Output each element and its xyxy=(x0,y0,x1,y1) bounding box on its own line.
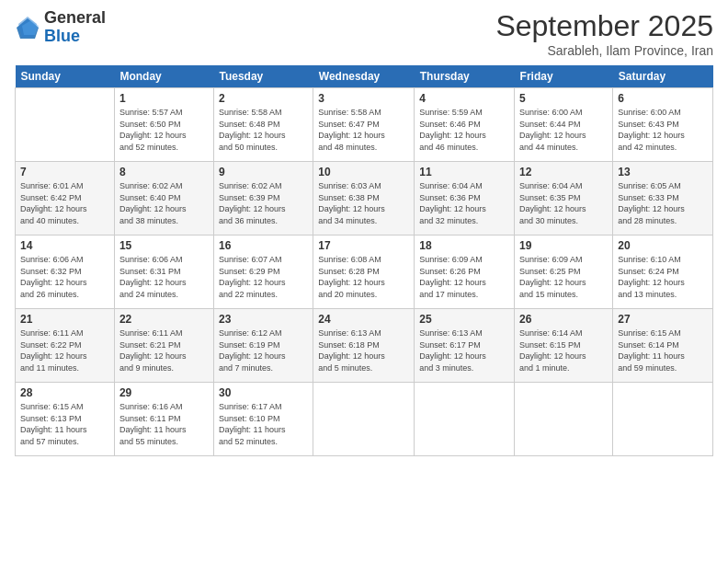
day-cell: 30Sunrise: 6:17 AM Sunset: 6:10 PM Dayli… xyxy=(213,383,313,456)
day-cell: 23Sunrise: 6:12 AM Sunset: 6:19 PM Dayli… xyxy=(213,309,313,383)
day-info: Sunrise: 6:11 AM Sunset: 6:21 PM Dayligh… xyxy=(119,327,209,373)
day-info: Sunrise: 5:58 AM Sunset: 6:47 PM Dayligh… xyxy=(318,107,409,153)
week-row-3: 21Sunrise: 6:11 AM Sunset: 6:22 PM Dayli… xyxy=(16,309,713,383)
day-cell: 9Sunrise: 6:02 AM Sunset: 6:39 PM Daylig… xyxy=(213,162,313,236)
day-info: Sunrise: 6:04 AM Sunset: 6:35 PM Dayligh… xyxy=(519,180,608,226)
day-cell xyxy=(415,383,515,456)
calendar-table: SundayMondayTuesdayWednesdayThursdayFrid… xyxy=(15,65,713,456)
day-number: 26 xyxy=(519,313,608,326)
day-number: 7 xyxy=(20,166,109,178)
day-number: 1 xyxy=(119,92,209,105)
day-info: Sunrise: 6:16 AM Sunset: 6:11 PM Dayligh… xyxy=(119,401,209,447)
day-cell: 6Sunrise: 6:00 AM Sunset: 6:43 PM Daylig… xyxy=(613,88,713,162)
day-number: 22 xyxy=(119,313,209,326)
day-number: 29 xyxy=(119,386,209,399)
day-number: 23 xyxy=(219,313,308,326)
day-cell xyxy=(16,88,115,162)
day-number: 4 xyxy=(419,92,509,105)
day-info: Sunrise: 6:10 AM Sunset: 6:24 PM Dayligh… xyxy=(618,254,708,300)
day-number: 15 xyxy=(119,239,209,252)
day-cell: 19Sunrise: 6:09 AM Sunset: 6:25 PM Dayli… xyxy=(515,236,613,309)
day-cell: 16Sunrise: 6:07 AM Sunset: 6:29 PM Dayli… xyxy=(213,236,313,309)
col-header-thursday: Thursday xyxy=(415,65,515,88)
logo-general: General xyxy=(44,9,106,28)
day-number: 6 xyxy=(618,92,708,105)
day-info: Sunrise: 6:06 AM Sunset: 6:32 PM Dayligh… xyxy=(20,254,109,300)
col-header-friday: Friday xyxy=(515,65,613,88)
day-cell: 15Sunrise: 6:06 AM Sunset: 6:31 PM Dayli… xyxy=(114,236,213,309)
day-info: Sunrise: 5:59 AM Sunset: 6:46 PM Dayligh… xyxy=(419,107,509,153)
day-info: Sunrise: 6:17 AM Sunset: 6:10 PM Dayligh… xyxy=(219,401,308,447)
day-info: Sunrise: 6:04 AM Sunset: 6:36 PM Dayligh… xyxy=(419,180,509,226)
day-info: Sunrise: 6:07 AM Sunset: 6:29 PM Dayligh… xyxy=(219,254,308,300)
day-number: 27 xyxy=(618,313,708,326)
day-cell: 12Sunrise: 6:04 AM Sunset: 6:35 PM Dayli… xyxy=(515,162,613,236)
day-cell xyxy=(613,383,713,456)
day-number: 21 xyxy=(20,313,109,326)
day-number: 9 xyxy=(219,166,308,178)
day-number: 10 xyxy=(318,166,409,178)
day-number: 12 xyxy=(519,166,608,178)
day-cell: 21Sunrise: 6:11 AM Sunset: 6:22 PM Dayli… xyxy=(16,309,115,383)
day-cell: 22Sunrise: 6:11 AM Sunset: 6:21 PM Dayli… xyxy=(114,309,213,383)
day-number: 5 xyxy=(519,92,608,105)
day-info: Sunrise: 6:15 AM Sunset: 6:14 PM Dayligh… xyxy=(618,327,708,373)
day-cell: 4Sunrise: 5:59 AM Sunset: 6:46 PM Daylig… xyxy=(415,88,515,162)
day-number: 11 xyxy=(419,166,509,178)
day-cell: 25Sunrise: 6:13 AM Sunset: 6:17 PM Dayli… xyxy=(415,309,515,383)
day-info: Sunrise: 6:12 AM Sunset: 6:19 PM Dayligh… xyxy=(219,327,308,373)
day-cell: 26Sunrise: 6:14 AM Sunset: 6:15 PM Dayli… xyxy=(515,309,613,383)
day-cell: 2Sunrise: 5:58 AM Sunset: 6:48 PM Daylig… xyxy=(213,88,313,162)
day-number: 24 xyxy=(318,313,409,326)
week-row-0: 1Sunrise: 5:57 AM Sunset: 6:50 PM Daylig… xyxy=(16,88,713,162)
logo-icon xyxy=(15,15,40,40)
day-info: Sunrise: 6:08 AM Sunset: 6:28 PM Dayligh… xyxy=(318,254,409,300)
day-cell: 28Sunrise: 6:15 AM Sunset: 6:13 PM Dayli… xyxy=(16,383,115,456)
day-number: 20 xyxy=(618,239,708,252)
page: General Blue September 2025 Sarableh, Il… xyxy=(0,0,728,563)
day-cell: 3Sunrise: 5:58 AM Sunset: 6:47 PM Daylig… xyxy=(313,88,415,162)
day-cell: 13Sunrise: 6:05 AM Sunset: 6:33 PM Dayli… xyxy=(613,162,713,236)
day-info: Sunrise: 6:09 AM Sunset: 6:25 PM Dayligh… xyxy=(519,254,608,300)
day-number: 17 xyxy=(318,239,409,252)
day-number: 8 xyxy=(119,166,209,178)
day-info: Sunrise: 6:02 AM Sunset: 6:40 PM Dayligh… xyxy=(119,180,209,226)
week-row-4: 28Sunrise: 6:15 AM Sunset: 6:13 PM Dayli… xyxy=(16,383,713,456)
subtitle: Sarableh, Ilam Province, Iran xyxy=(495,43,713,58)
day-cell: 27Sunrise: 6:15 AM Sunset: 6:14 PM Dayli… xyxy=(613,309,713,383)
day-cell: 5Sunrise: 6:00 AM Sunset: 6:44 PM Daylig… xyxy=(515,88,613,162)
col-header-sunday: Sunday xyxy=(16,65,115,88)
day-info: Sunrise: 6:06 AM Sunset: 6:31 PM Dayligh… xyxy=(119,254,209,300)
day-cell: 17Sunrise: 6:08 AM Sunset: 6:28 PM Dayli… xyxy=(313,236,415,309)
day-info: Sunrise: 6:03 AM Sunset: 6:38 PM Dayligh… xyxy=(318,180,409,226)
col-header-saturday: Saturday xyxy=(613,65,713,88)
day-info: Sunrise: 6:01 AM Sunset: 6:42 PM Dayligh… xyxy=(20,180,109,226)
day-cell: 29Sunrise: 6:16 AM Sunset: 6:11 PM Dayli… xyxy=(114,383,213,456)
day-info: Sunrise: 6:09 AM Sunset: 6:26 PM Dayligh… xyxy=(419,254,509,300)
day-number: 18 xyxy=(419,239,509,252)
day-cell: 20Sunrise: 6:10 AM Sunset: 6:24 PM Dayli… xyxy=(613,236,713,309)
header: General Blue September 2025 Sarableh, Il… xyxy=(15,9,713,58)
day-cell: 24Sunrise: 6:13 AM Sunset: 6:18 PM Dayli… xyxy=(313,309,415,383)
day-number: 14 xyxy=(20,239,109,252)
day-cell: 8Sunrise: 6:02 AM Sunset: 6:40 PM Daylig… xyxy=(114,162,213,236)
day-info: Sunrise: 6:14 AM Sunset: 6:15 PM Dayligh… xyxy=(519,327,608,373)
week-row-1: 7Sunrise: 6:01 AM Sunset: 6:42 PM Daylig… xyxy=(16,162,713,236)
title-block: September 2025 Sarableh, Ilam Province, … xyxy=(495,9,713,58)
week-row-2: 14Sunrise: 6:06 AM Sunset: 6:32 PM Dayli… xyxy=(16,236,713,309)
day-number: 13 xyxy=(618,166,708,178)
day-info: Sunrise: 6:00 AM Sunset: 6:44 PM Dayligh… xyxy=(519,107,608,153)
day-info: Sunrise: 5:57 AM Sunset: 6:50 PM Dayligh… xyxy=(119,107,209,153)
logo: General Blue xyxy=(15,9,106,46)
day-number: 28 xyxy=(20,386,109,399)
col-header-monday: Monday xyxy=(114,65,213,88)
day-number: 16 xyxy=(219,239,308,252)
day-cell: 7Sunrise: 6:01 AM Sunset: 6:42 PM Daylig… xyxy=(16,162,115,236)
day-cell: 14Sunrise: 6:06 AM Sunset: 6:32 PM Dayli… xyxy=(16,236,115,309)
day-info: Sunrise: 6:00 AM Sunset: 6:43 PM Dayligh… xyxy=(618,107,708,153)
day-info: Sunrise: 6:02 AM Sunset: 6:39 PM Dayligh… xyxy=(219,180,308,226)
day-number: 3 xyxy=(318,92,409,105)
day-info: Sunrise: 6:05 AM Sunset: 6:33 PM Dayligh… xyxy=(618,180,708,226)
header-row: SundayMondayTuesdayWednesdayThursdayFrid… xyxy=(16,65,713,88)
month-title: September 2025 xyxy=(495,9,713,43)
